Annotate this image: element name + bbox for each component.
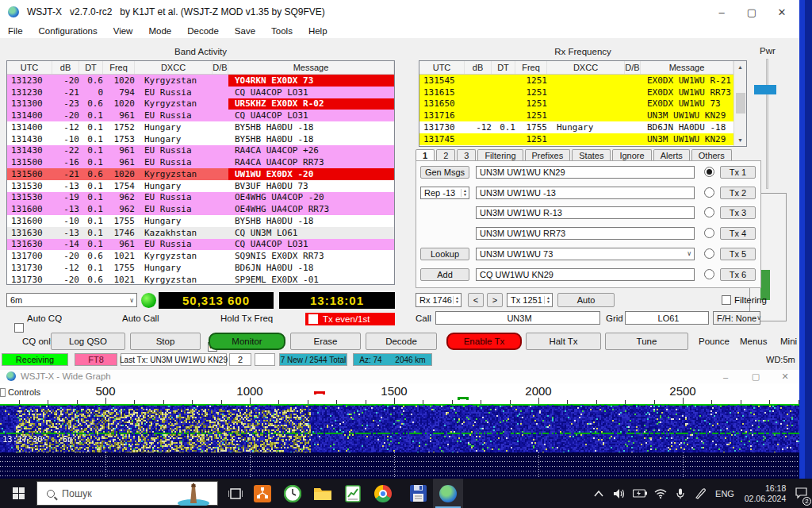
- tx-5-button[interactable]: Tx 5: [720, 248, 756, 260]
- tray-clock[interactable]: 16:18 02.06.2024: [739, 479, 791, 508]
- table-row[interactable]: 131730-120.11755HungaryBD6JN HA0DU -18: [7, 262, 394, 274]
- tab-ignore[interactable]: Ignore: [612, 149, 651, 161]
- taskbar-app-network[interactable]: [247, 479, 278, 508]
- spin-down-icon[interactable]: ▼: [463, 193, 467, 197]
- scroll-down-icon[interactable]: ▼: [734, 134, 746, 146]
- menu-configurations[interactable]: Configurations: [31, 24, 105, 38]
- tx-message-1-input[interactable]: UN3M UW1WU KN29: [476, 166, 695, 179]
- spinner-arrows-icon[interactable]: ▲▼: [461, 189, 467, 197]
- tab-filtering[interactable]: Filtering: [477, 149, 523, 161]
- tx-2-radio[interactable]: [704, 187, 714, 198]
- wide-graph-titlebar[interactable]: WSJT-X - Wide Graph – ▢ ✕: [0, 370, 799, 383]
- spin-down-icon[interactable]: ▼: [455, 300, 459, 304]
- add-button[interactable]: Add: [420, 268, 469, 281]
- table-row[interactable]: 131700-200.61021KyrgyzstanSQ9NIS EX0DX R…: [7, 250, 394, 262]
- tx-message-3-input[interactable]: UN3M UW1WU R-13: [476, 206, 695, 219]
- table-row[interactable]: 131630-140.1961EU RussiaCQ UA4COP LO31: [7, 239, 394, 251]
- tx-even-1st-checkbox[interactable]: [308, 314, 318, 324]
- menu-view[interactable]: View: [105, 24, 141, 38]
- tx-message-2-input[interactable]: UN3M UW1WU -13: [476, 187, 695, 199]
- controls-checkbox[interactable]: [0, 388, 6, 397]
- maximize-button[interactable]: ▢: [738, 0, 765, 24]
- table-row[interactable]: 131400-120.11752HungaryBY5HB HA0DU -18: [7, 121, 394, 133]
- tab-prefixes[interactable]: Prefixes: [525, 149, 571, 161]
- column-header-freq[interactable]: Freq: [103, 61, 135, 74]
- pwr-slider[interactable]: [766, 59, 768, 189]
- grid-input[interactable]: LO61: [625, 311, 709, 325]
- table-row[interactable]: 131500-210.61020KyrgyzstanUW1WU EX0DX -2…: [7, 168, 394, 180]
- tx-6-button[interactable]: Tx 6: [720, 268, 756, 281]
- freq-right-button[interactable]: >: [487, 293, 503, 307]
- table-row[interactable]: 131630-130.11746KazakhstanCQ UN3M LO61: [7, 227, 394, 239]
- close-button[interactable]: ✕: [773, 370, 797, 383]
- tab-states[interactable]: States: [572, 149, 611, 161]
- tx-message-4-input[interactable]: UN3M UW1WU RR73: [476, 227, 695, 240]
- tab-alerts[interactable]: Alerts: [653, 149, 690, 161]
- tx-3-button[interactable]: Tx 3: [720, 206, 756, 219]
- column-header-message[interactable]: Message: [228, 61, 394, 74]
- rx-freq-spinner[interactable]: Rx 1746 ▲▼: [416, 293, 462, 307]
- maximize-button[interactable]: ▢: [744, 370, 768, 383]
- column-header-dxcc[interactable]: DXCC: [135, 61, 213, 74]
- table-row[interactable]: 1317161251UN3M UW1WU KN29: [419, 110, 733, 121]
- tx-freq-spinner[interactable]: Tx 1251 ▲▼: [507, 293, 553, 307]
- log-qso-button[interactable]: Log QSO: [51, 333, 125, 350]
- taskbar-app-file-explorer[interactable]: [308, 479, 338, 508]
- tx-6-radio[interactable]: [704, 269, 714, 279]
- tx-1-button[interactable]: Tx 1: [720, 166, 756, 179]
- table-row[interactable]: 131430-220.1961EU RussiaRA4CA UA4COP +26: [7, 145, 394, 157]
- tx-message-6-input[interactable]: CQ UW1WU KN29: [476, 268, 695, 281]
- column-header-dt[interactable]: DT: [492, 61, 515, 74]
- minimize-button[interactable]: –: [714, 370, 737, 383]
- fh-mode-select[interactable]: F/H: None ∨: [713, 311, 760, 325]
- tx-4-button[interactable]: Tx 4: [720, 227, 756, 240]
- table-row[interactable]: 131730-120.11755HungaryBD6JN HA0DU -18: [419, 121, 733, 133]
- taskbar-app-save[interactable]: [403, 479, 433, 508]
- tx-4-radio[interactable]: [704, 228, 714, 238]
- column-header-db[interactable]: dB: [52, 61, 79, 74]
- menu-decode[interactable]: Decode: [179, 24, 227, 38]
- menu-tools[interactable]: Tools: [263, 24, 301, 38]
- pwr-slider-handle[interactable]: [754, 85, 776, 94]
- tx-message-5-input[interactable]: UN3M UW1WU 73∨: [476, 248, 695, 260]
- erase-button[interactable]: Erase: [290, 333, 361, 350]
- tray-expand-button[interactable]: [588, 479, 609, 508]
- rx-frequency-table[interactable]: UTCdBDTFreqDXCCD/BMessage 1315451251EX0D…: [419, 60, 747, 147]
- tab-1[interactable]: 1: [416, 149, 435, 161]
- tray-microphone[interactable]: [671, 479, 690, 508]
- gen-msgs-button[interactable]: Gen Msgs: [420, 166, 469, 179]
- scroll-up-icon[interactable]: ▲: [734, 61, 746, 73]
- band-select[interactable]: 6m ∨: [6, 293, 137, 307]
- tx-5-radio[interactable]: [704, 248, 714, 259]
- tray-battery[interactable]: [630, 479, 650, 508]
- column-header-db[interactable]: dB: [465, 61, 492, 74]
- waterfall-display[interactable]: [0, 404, 799, 452]
- freq-left-button[interactable]: <: [468, 293, 484, 307]
- column-header-message[interactable]: Message: [641, 61, 733, 74]
- table-row[interactable]: 131600-130.1962EU RussiaOE4WHG UA4COP RR…: [7, 203, 394, 215]
- frequency-scale[interactable]: Controls 5001000150020002500: [0, 383, 799, 404]
- auto-cq-checkbox[interactable]: [14, 323, 24, 333]
- start-button[interactable]: [0, 479, 36, 508]
- table-row[interactable]: 131530-130.11754HungaryBV3UF HA0DU 73: [7, 180, 394, 192]
- spin-down-icon[interactable]: ▼: [546, 300, 550, 304]
- table-row[interactable]: 1315451251EX0DX UW1WU R-21: [419, 75, 733, 87]
- column-header-freq[interactable]: Freq: [515, 61, 547, 74]
- column-header-db[interactable]: D/B: [213, 61, 228, 74]
- decode-button[interactable]: Decode: [366, 333, 437, 350]
- table-row[interactable]: 1317451251UN3M UW1WU KN29: [419, 133, 733, 145]
- lookup-button[interactable]: Lookup: [420, 248, 469, 260]
- tx-2-button[interactable]: Tx 2: [720, 187, 756, 199]
- table-row[interactable]: 131400-200.1961EU RussiaCQ UA4COP LO31: [7, 110, 394, 121]
- rx-scrollbar[interactable]: ▲ ▼: [733, 61, 746, 146]
- enable-tx-button[interactable]: Enable Tx: [446, 333, 522, 350]
- taskbar-search[interactable]: Пошук: [36, 481, 218, 506]
- taskbar-app-chrome[interactable]: [368, 479, 398, 508]
- taskbar-app-wsjtx-active[interactable]: [433, 479, 463, 508]
- tray-volume[interactable]: [609, 479, 630, 508]
- menu-help[interactable]: Help: [301, 24, 335, 38]
- auto-button[interactable]: Auto: [557, 293, 615, 307]
- tab-3[interactable]: 3: [457, 149, 476, 161]
- column-header-dxcc[interactable]: DXCC: [547, 61, 625, 74]
- tab-2[interactable]: 2: [436, 149, 455, 161]
